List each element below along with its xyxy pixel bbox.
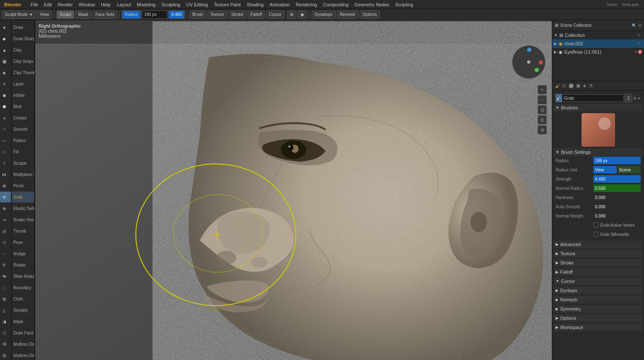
tool-label-draw[interactable]: Draw (12, 22, 34, 33)
remesh-dropdown[interactable]: Remesh (337, 10, 358, 19)
tool-pinch[interactable]: ⋒ (0, 180, 11, 191)
tool-slide-relax[interactable]: ⇆ (0, 271, 11, 282)
options-header[interactable]: ▶ Options (554, 314, 642, 322)
hardness-value[interactable]: 0.000 (593, 194, 641, 201)
outliner-search[interactable]: 🔍 (632, 23, 636, 28)
auto-smooth-value[interactable]: 0.000 (593, 203, 641, 210)
tool-label-snake-hook[interactable]: Snake Hook (12, 214, 34, 225)
camera-view-btn[interactable]: ⊙ (538, 115, 547, 124)
outliner-item-collection[interactable]: ▼ ⊞ Collection 👁 ↓ (552, 31, 644, 39)
tool-label-blob[interactable]: Blob (12, 101, 34, 112)
radius-value[interactable]: 186 px (593, 157, 641, 164)
tool-nudge[interactable]: → (0, 248, 11, 259)
tool-label-grab[interactable]: Grab (12, 192, 34, 202)
prop-world-icon[interactable]: ⬤ (567, 82, 575, 89)
brush-name-input[interactable] (562, 94, 624, 102)
tool-cloth[interactable]: ⊞ (0, 293, 11, 304)
tool-label-mask[interactable]: Mask (12, 316, 34, 327)
tool-scrape[interactable]: ⌇ (0, 158, 11, 168)
tool-draw[interactable]: ● (0, 22, 11, 33)
workspace-geometry-nodes[interactable]: Geometry Nodes (352, 1, 392, 8)
lock-btn[interactable]: ⊘ (538, 125, 547, 135)
symmetry-header[interactable]: ▶ Symmetry (554, 305, 642, 313)
radius-unit-scene[interactable]: Scene (618, 166, 641, 174)
falloff-header[interactable]: ▶ Falloff (554, 268, 642, 276)
nav-gizmo[interactable] (512, 45, 546, 79)
menu-edit[interactable]: Edit (41, 1, 54, 8)
tool-simplify[interactable]: △ (0, 305, 11, 316)
brush-delete-btn[interactable]: ✕ (637, 96, 641, 101)
tool-crease[interactable]: ∧ (0, 112, 11, 123)
options-dropdown[interactable]: Options (360, 10, 380, 19)
cursor-header[interactable]: ▼ Cursor (554, 277, 642, 285)
remesh-header[interactable]: ▶ Remesh (554, 296, 642, 303)
dynatopo-header[interactable]: ▶ Dyntopo (554, 287, 642, 294)
strength-bar[interactable]: 0.460 (168, 10, 185, 19)
workspace-compositing[interactable]: Compositing (321, 1, 351, 8)
workspace-uv[interactable]: UV Editing (184, 1, 210, 8)
workspace-rendering[interactable]: Rendering (293, 1, 320, 8)
zoom-out-btn[interactable]: − (538, 95, 547, 104)
toggle-ortho-btn[interactable]: ⊡ (538, 105, 547, 114)
tool-clay-thumb[interactable]: ◈ (0, 67, 11, 78)
tool-clay[interactable]: ▲ (0, 44, 11, 55)
tool-fill[interactable]: □ (0, 146, 11, 157)
tool-label-simplify[interactable]: Simplify (12, 305, 34, 316)
prop-brush-icon[interactable]: 🖌 (554, 83, 561, 89)
sculpt-mode-dropdown[interactable]: Sculpt Mode ▼ (2, 10, 36, 19)
tool-label-draw-sharp[interactable]: Draw Sharp (12, 33, 34, 44)
nav-y-axis[interactable] (535, 68, 539, 72)
tool-label-cloth[interactable]: Cloth (12, 293, 34, 304)
nav-z-axis[interactable] (527, 48, 531, 52)
sculpt-btn[interactable]: Sculpt (57, 10, 74, 19)
tool-thumb[interactable]: ◎ (0, 225, 11, 236)
tool-inflate[interactable]: ◉ (0, 90, 11, 101)
tool-multiplane[interactable]: ⋈ (0, 169, 11, 180)
stroke-dropdown[interactable]: Stroke (228, 10, 246, 19)
face-sets-btn[interactable]: Face Sets (93, 10, 117, 19)
grab-silhouette-checkbox[interactable]: Grab Silhouette (593, 232, 629, 237)
menu-render[interactable]: Render (55, 1, 75, 8)
dynatopo-dropdown[interactable]: Dynatopo (312, 10, 336, 19)
workspace-texture-paint[interactable]: Texture Paint (211, 1, 243, 8)
texture-header[interactable]: ▶ Texture (554, 250, 642, 257)
tool-label-boundary[interactable]: Boundary (12, 282, 34, 293)
stroke-header[interactable]: ▶ Stroke (554, 259, 642, 267)
workspace-modeling[interactable]: Modeling (134, 1, 158, 8)
tool-label-rotate[interactable]: Rotate (12, 259, 34, 270)
tool-label-scrape[interactable]: Scrape (12, 158, 34, 168)
navigation-widget[interactable] (512, 45, 546, 79)
tool-draw-face[interactable]: ⬡ (0, 327, 11, 338)
tool-label-slide-relax[interactable]: Slide Relax (12, 271, 34, 282)
tool-multires-disp2[interactable]: ⊟ (0, 350, 11, 360)
prop-object-icon[interactable]: ▣ (575, 82, 582, 89)
cursor-dropdown[interactable]: Cursor (266, 10, 284, 19)
strength-value[interactable]: 0.460 (593, 175, 641, 183)
tool-label-clay-strips[interactable]: Clay Strips (12, 56, 34, 67)
tool-label-layer[interactable]: Layer (12, 78, 34, 89)
tool-pose[interactable]: ⚇ (0, 237, 11, 248)
prop-scene-icon[interactable]: ⊙ (561, 82, 567, 89)
menu-help[interactable]: Help (98, 1, 113, 8)
tool-label-fill[interactable]: Fill (12, 146, 34, 157)
radius-input[interactable] (142, 10, 167, 19)
nav-x-axis[interactable] (539, 60, 543, 65)
tool-label-clay[interactable]: Clay (12, 44, 34, 55)
workspace-shading[interactable]: Shading (244, 1, 266, 8)
brush-link-btn[interactable]: ⊕ (633, 96, 636, 101)
tool-elastic[interactable]: ⊛ (0, 203, 11, 214)
prop-material-icon[interactable]: ◔ (587, 82, 594, 89)
tool-label-inflate[interactable]: Inflate (12, 90, 34, 101)
mask-btn[interactable]: Mask (75, 10, 91, 19)
outliner-item-eyebrow[interactable]: ▶ ◉ EyeBrow (11:001) 👁 🎯 (552, 48, 644, 56)
workspace-scripting[interactable]: Scripting (393, 1, 416, 8)
brush-dropdown[interactable]: Brush (189, 10, 206, 19)
brushes-section-header[interactable]: ▼ Brushes (554, 104, 642, 111)
tool-label-multires2[interactable]: Multires Dis... (12, 350, 34, 360)
proportional-btn[interactable]: ◉ (297, 10, 307, 19)
normal-radius-value[interactable]: 0.500 (593, 184, 641, 192)
grab-active-vertex-checkbox[interactable]: Grab Active Vertex (593, 223, 635, 228)
tool-multires-disp1[interactable]: ⧉ (0, 339, 11, 350)
tool-draw-sharp[interactable]: ◆ (0, 33, 11, 44)
tool-label-multiplane[interactable]: Multiplane S... (12, 169, 34, 180)
